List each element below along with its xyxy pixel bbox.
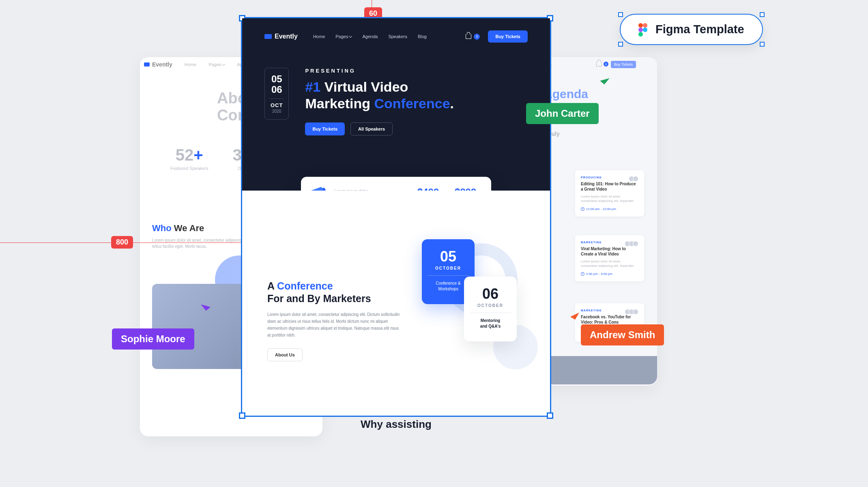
nav-speakers[interactable]: Speakers [388,34,407,39]
ticket-price-2: $8992 Days - Deluxe [452,187,479,191]
s2-text: Lorem ipsum dolor sit amet, consectetur … [267,311,401,339]
cart-icon [596,62,602,67]
hero-speakers-button[interactable]: All Speakers [350,122,393,135]
logo[interactable]: Evently [264,33,298,40]
bg-who-heading: Who We Are [152,223,204,234]
conference-section: A ConferenceFor and By Marketers Lorem i… [242,191,550,378]
logo-badge-icon [144,62,150,67]
selection-handle[interactable] [618,42,623,47]
selection-handle-bl[interactable] [239,412,245,419]
cart-badge: 0 [604,62,608,67]
bg-right-buy: Buy Tickets [611,61,636,68]
date-month: OCT [271,102,283,108]
date-card-white: 06 OCTOBER Mentoringand Q&A's [464,277,517,341]
hero-eyebrow: PRESENTING [305,68,454,74]
collaborator-cursor-john: John Carter [526,103,599,124]
avatar-icon [633,176,638,182]
bg-nav-home: Home [185,62,196,67]
card-time: 2:00 pm - 3:00 pm [581,272,638,276]
card-white-month: OCTOBER [470,303,511,308]
bg-left-nav: Evently Home Pages Agenda [144,61,252,68]
buy-tickets-button[interactable]: Buy Tickets [488,30,528,43]
hero-heading: #1 Virtual VideoMarketing Conference. [305,79,454,112]
nav-home[interactable]: Home [313,34,325,39]
card-blue-month: OCTOBER [428,266,469,270]
bg-card-1: PRODUCING Editing 101: How to Produce a … [575,170,644,217]
cart-count: 0 [474,34,480,40]
ticket-icon [312,187,329,191]
bg-card-2: MARKETING Viral Marketing: How to Create… [575,235,644,281]
collaborator-cursor-sophie: Sophie Moore [112,328,194,350]
card-sub: Lorem ipsum dolor sit amet, consectetur … [581,259,638,268]
selected-frame[interactable]: Evently Home Pages Agenda Speakers Blog … [241,17,551,417]
main-nav: Evently Home Pages Agenda Speakers Blog … [264,30,528,43]
selection-handle[interactable] [760,42,765,47]
card-white-sub: Mentoringand Q&A's [470,318,511,329]
avatar-icon [633,309,638,315]
logo-text: Evently [275,33,298,40]
chevron-down-icon [349,34,352,38]
card-title: Facebook vs. YouTube for Video: Pros & C… [581,314,638,325]
cart-button[interactable]: 0 [466,34,480,40]
figma-template-pill[interactable]: Figma Template [620,14,763,45]
card-title: Viral Marketing: How to Create a Viral V… [581,246,638,257]
selection-handle[interactable] [760,12,765,17]
date-day2: 06 [271,84,283,95]
card-time: 11:00 am - 12:00 pm [581,207,638,211]
clock-icon [581,207,584,211]
ticket-sub: Lorem ipsum dolor [334,189,385,191]
stat-speakers: 52+Featured Speakers [170,146,208,171]
ticket-price-1: $4991 Day - Deluxe [416,187,441,191]
cart-icon [466,34,471,39]
why-heading: Why assisting [242,418,550,431]
bg-nav-pages: Pages [208,62,225,67]
date-box: 05 06 OCT 2020 [264,68,289,120]
date-year: 2020 [271,109,283,114]
collaborator-cursor-andrew: Andrew Smith [581,324,664,345]
card-blue-sub: Conference & Workshops [428,281,469,292]
about-us-button[interactable]: About Us [267,348,303,361]
hero-section: Evently Home Pages Agenda Speakers Blog … [242,18,550,191]
nav-pages[interactable]: Pages [335,34,352,39]
bg-left-logo: Evently [144,61,172,68]
hero-buy-button[interactable]: Buy Tickets [305,122,345,135]
nav-agenda[interactable]: Agenda [362,34,378,39]
card-white-day: 06 [470,285,511,302]
card-sub: Lorem ipsum dolor sit amet, consectetur … [581,194,638,203]
clock-icon [581,272,584,276]
figma-logo-icon [638,23,647,36]
bg-right-cart: 0 [596,62,608,67]
ticket-card[interactable]: Lorem ipsum dolor Early Bird Tickets $49… [301,177,491,191]
logo-badge-icon [264,34,272,39]
chevron-down-icon [222,62,225,66]
bg-left-logo-text: Evently [152,61,172,68]
card-blue-day: 05 [428,248,469,265]
figma-pill-label: Figma Template [655,23,744,36]
avatar-icon [633,241,638,247]
selection-handle[interactable] [618,12,623,17]
bg-bottom-bar [535,356,657,384]
selection-handle-br[interactable] [547,412,553,419]
card-title: Editing 101: How to Produce a Great Vide… [581,181,638,192]
nav-blog[interactable]: Blog [418,34,427,39]
measure-badge-800: 800 [111,236,133,249]
date-day1: 05 [271,74,283,84]
